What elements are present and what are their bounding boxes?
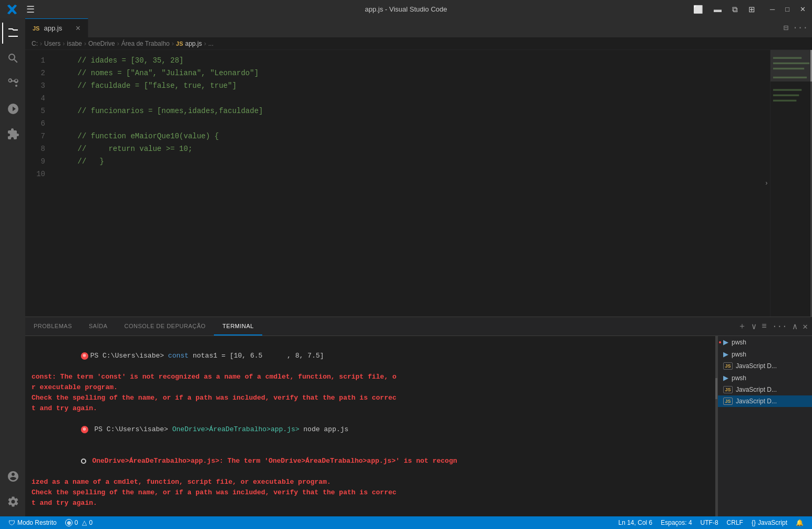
split-editor-icon[interactable]: ⊟ <box>784 23 789 33</box>
editor-main[interactable]: 1 2 3 4 5 6 7 8 9 10 // idades = [30, 35… <box>25 50 770 317</box>
terminal-scrollbar-thumb <box>715 378 717 399</box>
close-panel-icon[interactable]: ✕ <box>803 321 808 332</box>
titlebar-title: app.js - Visual Studio Code <box>365 5 447 13</box>
terminal-error-2: r executable program. <box>32 382 709 393</box>
tab-problems[interactable]: PROBLEMAS <box>25 317 80 335</box>
status-encoding[interactable]: UTF-8 <box>696 516 723 529</box>
panel-content: ⊗PS C:\Users\isabe> const notas1 = [10, … <box>25 336 812 516</box>
panel-actions: ＋ ∨ ≡ ··· ∧ ✕ <box>734 317 812 335</box>
line-num-4: 4 <box>25 92 45 105</box>
content-area: JS app.js × ⊟ ··· C: › Users › isabe › O… <box>25 18 812 516</box>
code-line-6 <box>60 117 770 130</box>
shell-label-pwsh2: pwsh <box>732 351 746 358</box>
layout-sidebar-icon[interactable]: ▬ <box>714 5 722 14</box>
explorer-icon[interactable] <box>2 23 23 44</box>
terminal-final-prompt: PS C:\Users\isabe> <box>32 508 709 516</box>
vscode-logo-icon <box>6 4 18 15</box>
tab-filename: app.js <box>44 24 62 32</box>
minimap <box>770 50 812 317</box>
status-position-label: Ln 14, Col 6 <box>619 519 653 526</box>
code-line-9: // } <box>60 155 770 168</box>
status-encoding-label: UTF-8 <box>701 519 718 526</box>
menu-icon[interactable]: ☰ <box>26 4 35 15</box>
breadcrumb: C: › Users › isabe › OneDrive › Área de … <box>25 37 812 50</box>
maximize-panel-icon[interactable]: ∧ <box>793 321 798 332</box>
shield-icon: 🛡 <box>8 519 15 527</box>
layout-split-icon[interactable]: ⧉ <box>732 5 738 14</box>
tab-terminal[interactable]: TERMINAL <box>214 317 262 335</box>
breadcrumb-c[interactable]: C: <box>32 40 38 47</box>
terminal-output[interactable]: ⊗PS C:\Users\isabe> const notas1 = [10, … <box>25 336 715 516</box>
run-icon[interactable] <box>2 98 23 119</box>
status-errors[interactable]: ⊗ 0 △ 0 <box>61 516 97 529</box>
breadcrumb-area[interactable]: Área de Trabalho <box>121 40 170 47</box>
new-terminal-icon[interactable]: ＋ <box>738 321 746 332</box>
status-restricted-mode[interactable]: 🛡 Modo Restrito <box>4 516 61 529</box>
status-error-count: 0 <box>75 519 78 526</box>
settings-icon[interactable] <box>2 491 23 512</box>
line-num-1: 1 <box>25 54 45 67</box>
status-notifications-icon[interactable]: 🔔 <box>792 516 808 529</box>
shell-item-pwsh2[interactable]: ▶ pwsh <box>718 348 812 360</box>
code-line-3: // faculdade = ["false, true, true"] <box>60 79 770 92</box>
line-num-10: 10 <box>25 168 45 180</box>
shell-item-pwsh1[interactable]: ▶ pwsh <box>718 336 812 348</box>
more-icon[interactable]: ··· <box>772 322 787 331</box>
breadcrumb-onedrive[interactable]: OneDrive <box>88 40 115 47</box>
status-position[interactable]: Ln 14, Col 6 <box>614 516 657 529</box>
minimize-button[interactable]: ─ <box>770 5 775 13</box>
shell-label-js3: JavaScript D... <box>736 398 777 405</box>
line-num-7: 7 <box>25 130 45 143</box>
terminal-line-2: ⊗ PS C:\Users\isabe> OneDrive>ÁreaDeTrab… <box>32 414 709 445</box>
code-line-10 <box>60 168 770 180</box>
status-spaces[interactable]: Espaços: 4 <box>656 516 696 529</box>
line-num-5: 5 <box>25 105 45 117</box>
status-line-ending[interactable]: CRLF <box>723 516 747 529</box>
more-actions-icon[interactable]: ··· <box>793 23 808 33</box>
expand-panel-icon[interactable]: › <box>765 180 768 187</box>
tab-output[interactable]: SAÍDA <box>80 317 116 335</box>
shell-item-js2[interactable]: JS JavaScript D... <box>718 384 812 395</box>
layout-panels-icon[interactable]: ⬜ <box>693 5 703 14</box>
code-line-8: // return value >= 10; <box>60 143 770 155</box>
account-icon[interactable] <box>2 466 23 487</box>
status-line-ending-label: CRLF <box>727 519 743 526</box>
svg-rect-5 <box>773 95 799 96</box>
breadcrumb-ellipsis[interactable]: ... <box>208 40 213 47</box>
js-icon-1: JS <box>723 362 733 370</box>
status-spaces-label: Espaços: 4 <box>661 519 692 526</box>
launch-profile-icon[interactable]: ∨ <box>752 321 757 332</box>
shell-item-js1[interactable]: JS JavaScript D... <box>718 360 812 372</box>
bell-icon: 🔔 <box>796 519 804 526</box>
breadcrumb-isabe[interactable]: isabe <box>67 40 82 47</box>
terminal-error-5: ized as a name of a cmdlet, function, sc… <box>32 477 709 487</box>
tab-bar: JS app.js × ⊟ ··· <box>25 18 812 37</box>
pwsh-icon-2: ▶ <box>723 350 728 358</box>
breadcrumb-users[interactable]: Users <box>44 40 60 47</box>
code-line-1: // idades = [30, 35, 28] <box>60 54 770 67</box>
status-braces-icon: {} <box>752 519 756 526</box>
terminal-error-1: const: The term 'const' is not recognize… <box>32 372 709 382</box>
minimap-slider <box>770 50 812 82</box>
status-restricted-label: Modo Restrito <box>17 519 57 526</box>
extensions-icon[interactable] <box>2 124 23 145</box>
pwsh-icon-3: ▶ <box>723 374 728 382</box>
terminal-error-3: Check the spelling of the name, or if a … <box>32 393 709 403</box>
split-terminal-icon[interactable]: ≡ <box>762 322 767 331</box>
error-icon-1: ⊗ <box>81 352 88 360</box>
source-control-icon[interactable] <box>2 73 23 94</box>
code-content[interactable]: // idades = [30, 35, 28] // nomes = ["An… <box>52 50 770 317</box>
tab-appjs[interactable]: JS app.js × <box>25 18 88 37</box>
tab-debug-console[interactable]: CONSOLE DE DEPURAÇÃO <box>116 317 214 335</box>
maximize-button[interactable]: □ <box>785 5 789 13</box>
status-language[interactable]: {} JavaScript <box>747 516 792 529</box>
close-button[interactable]: ✕ <box>800 5 806 13</box>
breadcrumb-file[interactable]: app.js <box>185 40 202 47</box>
terminal-error-4: t and try again. <box>32 403 709 414</box>
shell-item-js3[interactable]: JS JavaScript D... <box>718 395 812 407</box>
tab-close-button[interactable]: × <box>76 24 80 33</box>
status-error-icon: ⊗ <box>65 519 73 526</box>
layout-custom-icon[interactable]: ⊞ <box>748 5 755 14</box>
shell-item-pwsh3[interactable]: ▶ pwsh <box>718 372 812 384</box>
search-icon[interactable] <box>2 48 23 69</box>
